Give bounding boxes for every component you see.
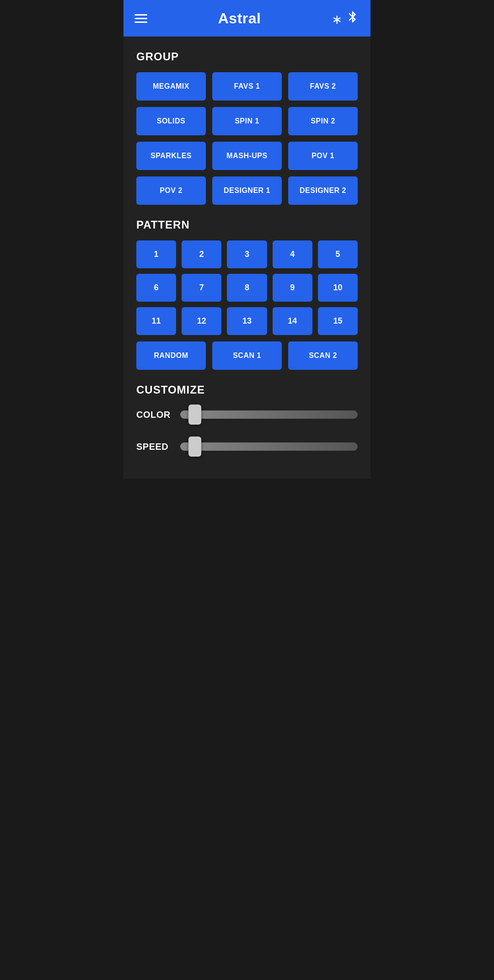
color-slider-container xyxy=(180,405,358,424)
app-title: Astral xyxy=(218,10,261,27)
group-button-spin-2[interactable]: SPIN 2 xyxy=(288,107,358,135)
bluetooth-icon[interactable]: ∗ xyxy=(332,10,360,27)
pattern-button-13[interactable]: 13 xyxy=(227,307,267,335)
pattern-button-8[interactable]: 8 xyxy=(227,274,267,302)
color-slider-row: COLOR xyxy=(136,405,358,424)
group-button-spin-1[interactable]: SPIN 1 xyxy=(212,107,282,135)
pattern-button-6[interactable]: 6 xyxy=(136,274,176,302)
group-button-solids[interactable]: SOLIDS xyxy=(136,107,206,135)
speed-label: SPEED xyxy=(136,442,173,452)
group-button-pov-2[interactable]: POV 2 xyxy=(136,176,206,205)
pattern-button-5[interactable]: 5 xyxy=(318,240,358,268)
group-grid: MEGAMIXFAVS 1FAVS 2SOLIDSSPIN 1SPIN 2SPA… xyxy=(136,72,358,205)
speed-slider-row: SPEED xyxy=(136,437,358,456)
group-button-favs-1[interactable]: FAVS 1 xyxy=(212,72,282,101)
pattern-button-7[interactable]: 7 xyxy=(182,274,221,302)
pattern-button-14[interactable]: 14 xyxy=(273,307,312,335)
pattern-button-9[interactable]: 9 xyxy=(273,274,312,302)
color-slider[interactable] xyxy=(180,410,358,419)
group-button-favs-2[interactable]: FAVS 2 xyxy=(288,72,358,101)
pattern-button-12[interactable]: 12 xyxy=(182,307,221,335)
group-section-title: GROUP xyxy=(136,50,358,63)
pattern-extra-button-scan-2[interactable]: SCAN 2 xyxy=(288,341,358,370)
customize-section-title: CUSTOMIZE xyxy=(136,383,358,396)
pattern-number-grid: 123456789101112131415 xyxy=(136,240,358,335)
pattern-button-2[interactable]: 2 xyxy=(182,240,221,268)
app-header: Astral ∗ xyxy=(124,0,370,37)
color-label: COLOR xyxy=(136,410,173,420)
pattern-button-1[interactable]: 1 xyxy=(136,240,176,268)
group-button-megamix[interactable]: MEGAMIX xyxy=(136,72,206,101)
pattern-extra-grid: RANDOMSCAN 1SCAN 2 xyxy=(136,341,358,370)
group-button-mash-ups[interactable]: MASH-UPS xyxy=(212,142,282,170)
pattern-button-3[interactable]: 3 xyxy=(227,240,267,268)
pattern-button-4[interactable]: 4 xyxy=(273,240,312,268)
group-button-designer-1[interactable]: DESIGNER 1 xyxy=(212,176,282,205)
customize-section: CUSTOMIZE COLOR SPEED xyxy=(136,383,358,456)
main-content: GROUP MEGAMIXFAVS 1FAVS 2SOLIDSSPIN 1SPI… xyxy=(124,37,370,479)
group-button-pov-1[interactable]: POV 1 xyxy=(288,142,358,170)
menu-button[interactable] xyxy=(134,14,147,23)
pattern-section-title: PATTERN xyxy=(136,218,358,231)
pattern-extra-button-scan-1[interactable]: SCAN 1 xyxy=(212,341,282,370)
pattern-button-11[interactable]: 11 xyxy=(136,307,176,335)
group-button-designer-2[interactable]: DESIGNER 2 xyxy=(288,176,358,205)
speed-slider[interactable] xyxy=(180,442,358,451)
group-button-sparkles[interactable]: SPARKLES xyxy=(136,142,206,170)
pattern-button-10[interactable]: 10 xyxy=(318,274,358,302)
pattern-button-15[interactable]: 15 xyxy=(318,307,358,335)
pattern-extra-button-random[interactable]: RANDOM xyxy=(136,341,206,370)
speed-slider-container xyxy=(180,437,358,456)
